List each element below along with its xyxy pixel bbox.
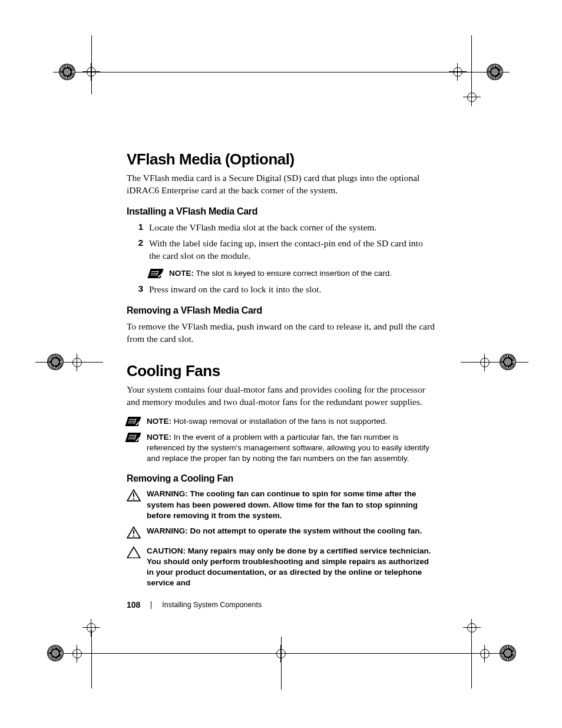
heading-cooling: Cooling Fans bbox=[127, 362, 436, 380]
crop-rule-vertical bbox=[91, 35, 92, 94]
crop-rule-vertical bbox=[471, 35, 472, 94]
heading-remove-vflash: Removing a VFlash Media Card bbox=[127, 305, 436, 316]
warning-icon bbox=[127, 489, 141, 504]
crop-rule-top bbox=[53, 72, 510, 73]
install-steps-cont: 3 Press inward on the card to lock it in… bbox=[127, 284, 436, 296]
registration-cross-icon bbox=[476, 645, 494, 663]
page-number: 108 bbox=[127, 600, 140, 610]
registration-knurl-icon bbox=[500, 645, 516, 661]
registration-cross-icon bbox=[82, 619, 100, 637]
registration-knurl-icon bbox=[487, 64, 503, 80]
caution-callout: CAUTION: Many repairs may only be done b… bbox=[127, 546, 436, 589]
remove-vflash-text: To remove the VFlash media, push inward … bbox=[127, 321, 436, 345]
step-text: Press inward on the card to lock it into… bbox=[149, 284, 436, 296]
section-title: Installing System Components bbox=[162, 601, 262, 609]
registration-knurl-icon bbox=[59, 64, 75, 80]
note-text: Hot-swap removal or installation of the … bbox=[174, 417, 387, 426]
heading-install-vflash: Installing a VFlash Media Card bbox=[127, 206, 436, 217]
page-footer: 108 Installing System Components bbox=[127, 600, 262, 610]
registration-cross-icon bbox=[82, 63, 100, 81]
caution-label: CAUTION: bbox=[147, 546, 186, 555]
page-body: VFlash Media (Optional) The VFlash media… bbox=[127, 150, 436, 594]
registration-knurl-icon bbox=[47, 354, 64, 370]
note-icon bbox=[149, 268, 163, 278]
note-label: NOTE: bbox=[147, 417, 171, 426]
registration-cross-icon bbox=[68, 354, 86, 371]
step-number: 1 bbox=[127, 222, 149, 232]
note-callout: NOTE: In the event of a problem with a p… bbox=[127, 432, 436, 465]
step-text: Locate the VFlash media slot at the back… bbox=[149, 222, 436, 234]
note-callout: NOTE: Hot-swap removal or installation o… bbox=[127, 416, 436, 427]
warning-icon bbox=[127, 526, 141, 541]
install-steps: 1 Locate the VFlash media slot at the ba… bbox=[127, 222, 436, 262]
registration-knurl-icon bbox=[500, 354, 516, 370]
registration-cross-icon bbox=[463, 88, 481, 106]
heading-vflash: VFlash Media (Optional) bbox=[127, 150, 436, 169]
crop-rule-short bbox=[461, 362, 528, 363]
registration-knurl-icon bbox=[47, 645, 64, 661]
svg-point-5 bbox=[133, 535, 134, 536]
registration-cross-icon bbox=[272, 645, 290, 663]
registration-cross-icon bbox=[449, 63, 467, 81]
crop-rule-vertical bbox=[471, 630, 472, 689]
heading-remove-fan: Removing a Cooling Fan bbox=[127, 473, 436, 484]
note-label: NOTE: bbox=[147, 433, 171, 442]
step-text: With the label side facing up, insert th… bbox=[149, 238, 436, 262]
note-text: In the event of a problem with a particu… bbox=[147, 433, 429, 463]
cooling-intro: Your system contains four dual-motor fan… bbox=[127, 384, 436, 409]
crop-rule-short bbox=[35, 362, 103, 363]
note-text: The slot is keyed to ensure correct inse… bbox=[196, 269, 392, 278]
caution-text: Many repairs may only be done by a certi… bbox=[147, 546, 431, 588]
caution-icon bbox=[127, 546, 141, 561]
step-number: 3 bbox=[127, 284, 149, 294]
registration-cross-icon bbox=[68, 645, 86, 663]
note-icon bbox=[127, 432, 141, 442]
crop-rule-vertical bbox=[281, 637, 282, 690]
step-number: 2 bbox=[127, 238, 149, 248]
warning-text: Do not attempt to operate the system wit… bbox=[190, 526, 422, 535]
warning-callout: WARNING: The cooling fan can continue to… bbox=[127, 489, 436, 521]
crop-rule-bottom bbox=[53, 653, 510, 654]
footer-separator bbox=[151, 601, 151, 609]
registration-cross-icon bbox=[476, 354, 494, 371]
crop-rule-vertical bbox=[91, 630, 92, 689]
note-label: NOTE: bbox=[169, 269, 194, 278]
warning-callout: WARNING: Do not attempt to operate the s… bbox=[127, 526, 436, 541]
vflash-intro: The VFlash media card is a Secure Digita… bbox=[127, 172, 436, 197]
svg-point-2 bbox=[133, 498, 134, 499]
warning-label: WARNING: bbox=[147, 489, 188, 498]
svg-marker-6 bbox=[127, 547, 140, 558]
note-icon bbox=[127, 416, 141, 426]
registration-cross-icon bbox=[463, 619, 481, 637]
note-callout: NOTE: The slot is keyed to ensure correc… bbox=[149, 268, 436, 279]
warning-label: WARNING: bbox=[147, 526, 188, 535]
